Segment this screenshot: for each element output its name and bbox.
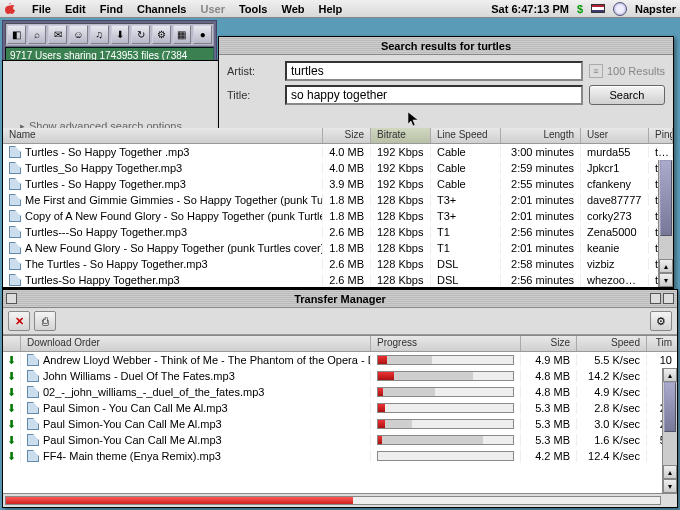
download-icon: ⬇ [5, 386, 17, 398]
file-icon [27, 434, 39, 446]
table-row[interactable]: Turtles - So Happy Together.mp3 3.9 MB19… [3, 176, 673, 192]
tool-icon[interactable]: ▦ [173, 25, 192, 44]
table-row[interactable]: ⬇ FF4- Main theme (Enya Remix).mp3 4.2 M… [3, 448, 677, 464]
search-form: Artist: ≡ 100 Results Title: Search [219, 55, 673, 111]
progress-bar [377, 419, 514, 429]
file-icon [9, 146, 21, 158]
column-header[interactable]: Bitrate [371, 128, 431, 143]
progress-bar [377, 355, 514, 365]
table-row[interactable]: ⬇ 02_-_john_williams_-_duel_of_the_fates… [3, 384, 677, 400]
table-row[interactable]: Turtles-So Happy Together.mp3 2.6 MB128 … [3, 272, 673, 287]
close-box-icon[interactable] [6, 293, 17, 304]
tool-icon[interactable]: ⌕ [28, 25, 47, 44]
zoom-box-icon[interactable] [650, 293, 661, 304]
title-label: Title: [227, 89, 279, 101]
file-icon [9, 194, 21, 206]
file-icon [9, 274, 21, 286]
download-icon: ⬇ [5, 370, 17, 382]
search-titlebar[interactable]: Search results for turtles [219, 37, 673, 55]
table-row[interactable]: Me First and Gimmie Gimmies - So Happy T… [3, 192, 673, 208]
tool-icon[interactable]: ♫ [90, 25, 109, 44]
search-window-title: Search results for turtles [381, 40, 511, 52]
file-icon [9, 242, 21, 254]
column-header[interactable]: Download Order [21, 336, 371, 351]
dollar-icon: $ [577, 3, 583, 15]
file-icon [27, 402, 39, 414]
artist-input[interactable] [285, 61, 583, 81]
tool-icon[interactable]: ⬇ [111, 25, 130, 44]
scrollbar-vertical[interactable]: ▴ ▾ [658, 160, 673, 287]
scroll-up-icon[interactable]: ▴ [659, 259, 673, 273]
column-header[interactable]: Progress [371, 336, 521, 351]
collapse-box-icon[interactable] [663, 293, 674, 304]
menu-web[interactable]: Web [281, 3, 304, 15]
progress-bar [377, 387, 514, 397]
transfer-columns[interactable]: Download OrderProgressSizeSpeedTim [3, 336, 677, 352]
scroll-up-icon[interactable]: ▴ [663, 465, 677, 479]
table-row[interactable]: ⬇ Paul Simon-You Can Call Me Al.mp3 5.3 … [3, 416, 677, 432]
download-icon: ⬇ [5, 418, 17, 430]
table-row[interactable]: ⬇ John Williams - Duel Of The Fates.mp3 … [3, 368, 677, 384]
column-header[interactable]: Speed [577, 336, 647, 351]
menu-edit[interactable]: Edit [65, 3, 86, 15]
settings-button[interactable]: ⚙ [650, 311, 672, 331]
file-icon [27, 418, 39, 430]
menu-help[interactable]: Help [318, 3, 342, 15]
column-header[interactable]: Ping [649, 128, 673, 143]
artist-label: Artist: [227, 65, 279, 77]
results-icon: ≡ [589, 64, 603, 78]
file-icon [9, 162, 21, 174]
reveal-button[interactable]: ⎙ [34, 311, 56, 331]
search-button[interactable]: Search [589, 85, 665, 105]
progress-bar [377, 451, 514, 461]
column-header[interactable]: Name [3, 128, 323, 143]
tool-icon[interactable]: ◧ [7, 25, 26, 44]
table-row[interactable]: Copy of A New Found Glory - So Happy Tog… [3, 208, 673, 224]
tool-icon[interactable]: ↻ [131, 25, 150, 44]
menu-file[interactable]: File [32, 3, 51, 15]
scrollbar-vertical[interactable]: ▴ ▴ ▾ [662, 368, 677, 493]
search-columns[interactable]: NameSizeBitrateLine SpeedLengthUserPing [3, 128, 673, 144]
menu-find[interactable]: Find [100, 3, 123, 15]
column-header[interactable]: Tim [647, 336, 677, 351]
table-row[interactable]: ⬇ Andrew Lloyd Webber - Think of Me - Th… [3, 352, 677, 368]
transfer-footer [3, 493, 677, 507]
table-row[interactable]: The Turtles - So Happy Together.mp3 2.6 … [3, 256, 673, 272]
table-row[interactable]: A New Found Glory - So Happy Together (p… [3, 240, 673, 256]
column-header[interactable]: Line Speed [431, 128, 501, 143]
file-icon [27, 354, 39, 366]
apple-menu-icon[interactable] [4, 2, 18, 16]
transfer-titlebar[interactable]: Transfer Manager [3, 290, 677, 308]
menu-channels[interactable]: Channels [137, 3, 187, 15]
search-results: NameSizeBitrateLine SpeedLengthUserPing … [2, 128, 674, 288]
cancel-transfer-button[interactable]: ✕ [8, 311, 30, 331]
menu-user[interactable]: User [200, 3, 224, 15]
transfer-toolbar: ✕ ⎙ ⚙ [3, 308, 677, 335]
column-header[interactable]: Length [501, 128, 581, 143]
table-row[interactable]: ⬇ Paul Simon - You Can Call Me Al.mp3 5.… [3, 400, 677, 416]
scroll-down-icon[interactable]: ▾ [663, 479, 677, 493]
title-input[interactable] [285, 85, 583, 105]
scroll-down-icon[interactable]: ▾ [659, 273, 673, 287]
file-icon [9, 210, 21, 222]
napster-app-icon[interactable] [613, 2, 627, 16]
column-header[interactable] [3, 336, 21, 351]
table-row[interactable]: Turtles - So Happy Together .mp3 4.0 MB1… [3, 144, 673, 160]
download-icon: ⬇ [5, 434, 17, 446]
table-row[interactable]: Turtles---So Happy Together.mp3 2.6 MB12… [3, 224, 673, 240]
column-header[interactable]: Size [323, 128, 371, 143]
scroll-up-icon[interactable]: ▴ [663, 368, 677, 382]
menu-tools[interactable]: Tools [239, 3, 268, 15]
table-row[interactable]: ⬇ Paul Simon-You Can Call Me Al.mp3 5.3 … [3, 432, 677, 448]
progress-bar [377, 403, 514, 413]
column-header[interactable]: User [581, 128, 649, 143]
tool-icon[interactable]: ☺ [69, 25, 88, 44]
tool-icon[interactable]: ⚙ [152, 25, 171, 44]
table-row[interactable]: Turtles_So Happy Together.mp3 4.0 MB192 … [3, 160, 673, 176]
tool-icon[interactable]: ✉ [48, 25, 67, 44]
tool-icon[interactable]: ● [193, 25, 212, 44]
flag-icon [591, 4, 605, 13]
file-icon [9, 178, 21, 190]
overall-progress [5, 496, 661, 505]
column-header[interactable]: Size [521, 336, 577, 351]
